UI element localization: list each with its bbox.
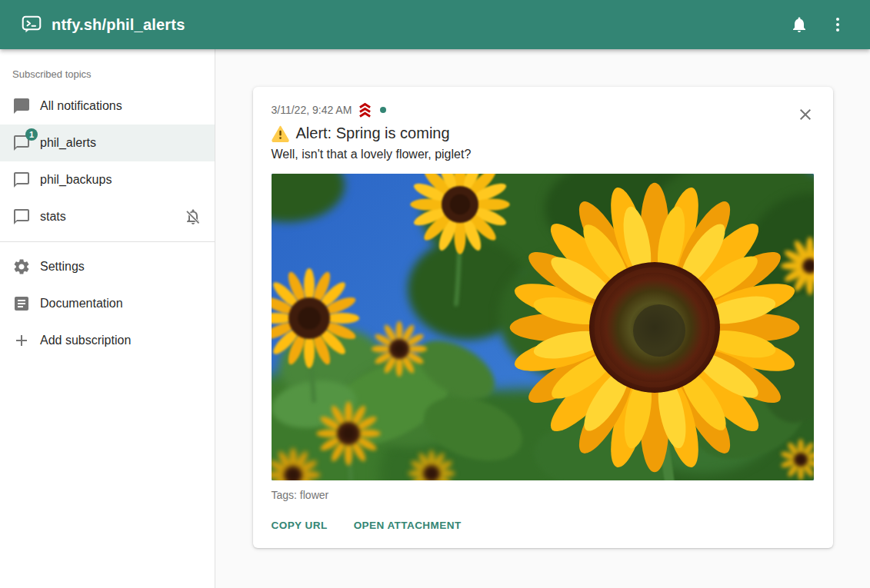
notification-body: Well, isn't that a lovely flower, piglet…	[272, 148, 815, 161]
sidebar-item-phil-alerts[interactable]: 1 phil_alerts	[0, 125, 215, 161]
app-bar: ntfy.sh/phil_alerts	[0, 0, 870, 49]
chat-bubble-outline-icon	[12, 171, 31, 189]
sidebar-item-label: Settings	[40, 260, 85, 274]
max-priority-icon	[357, 102, 373, 118]
sidebar-item-label: stats	[40, 210, 66, 224]
main-content: 3/11/22, 9:42 AM	[215, 49, 870, 588]
sidebar-item-add-subscription[interactable]: Add subscription	[0, 322, 215, 359]
sidebar-item-settings[interactable]: Settings	[0, 248, 215, 285]
page-title: ntfy.sh/phil_alerts	[52, 16, 185, 34]
ntfy-logo-icon	[22, 15, 42, 35]
unread-count-badge: 1	[25, 128, 38, 141]
notification-actions: COPY URL OPEN ATTACHMENT	[272, 513, 815, 537]
sidebar-item-label: phil_backups	[40, 173, 112, 187]
article-icon	[12, 294, 31, 313]
chat-bubble-filled-icon	[12, 97, 31, 115]
open-attachment-button[interactable]: OPEN ATTACHMENT	[346, 513, 469, 537]
gear-icon	[12, 257, 31, 276]
sidebar-divider	[0, 241, 215, 242]
subscribed-topics-caption: Subscribed topics	[0, 49, 215, 88]
sidebar: Subscribed topics All notifications 1 ph…	[0, 49, 215, 588]
attachment-image-sunflowers[interactable]	[272, 174, 814, 480]
copy-url-button[interactable]: COPY URL	[264, 513, 335, 537]
notification-card: 3/11/22, 9:42 AM	[253, 87, 833, 548]
chat-bubble-outline-icon	[12, 208, 31, 226]
sidebar-item-documentation[interactable]: Documentation	[0, 285, 215, 322]
overflow-menu-button[interactable]	[822, 9, 853, 40]
sidebar-item-label: phil_alerts	[40, 136, 96, 150]
warning-triangle-icon	[272, 125, 289, 142]
notification-title-row: Alert: Spring is coming	[272, 125, 815, 142]
notification-tags: Tags: flower	[272, 489, 815, 501]
sidebar-item-phil-backups[interactable]: phil_backups	[0, 161, 215, 198]
close-notification-button[interactable]	[795, 105, 816, 126]
sidebar-item-stats[interactable]: stats	[0, 198, 215, 235]
kebab-menu-icon	[828, 15, 847, 34]
notification-timestamp: 3/11/22, 9:42 AM	[272, 104, 352, 116]
bell-icon	[790, 15, 808, 34]
unread-dot-icon	[380, 107, 386, 113]
close-icon	[796, 105, 815, 124]
notification-meta-row: 3/11/22, 9:42 AM	[272, 102, 815, 118]
chat-bubble-outline-icon: 1	[12, 134, 31, 152]
notification-title: Alert: Spring is coming	[296, 125, 450, 142]
sidebar-item-label: All notifications	[40, 99, 122, 113]
plus-icon	[12, 331, 31, 350]
notifications-off-icon	[184, 208, 202, 226]
sidebar-item-label: Add subscription	[40, 334, 131, 347]
sidebar-item-label: Documentation	[40, 297, 123, 311]
notifications-button[interactable]	[784, 9, 815, 40]
sidebar-item-all-notifications[interactable]: All notifications	[0, 88, 215, 125]
